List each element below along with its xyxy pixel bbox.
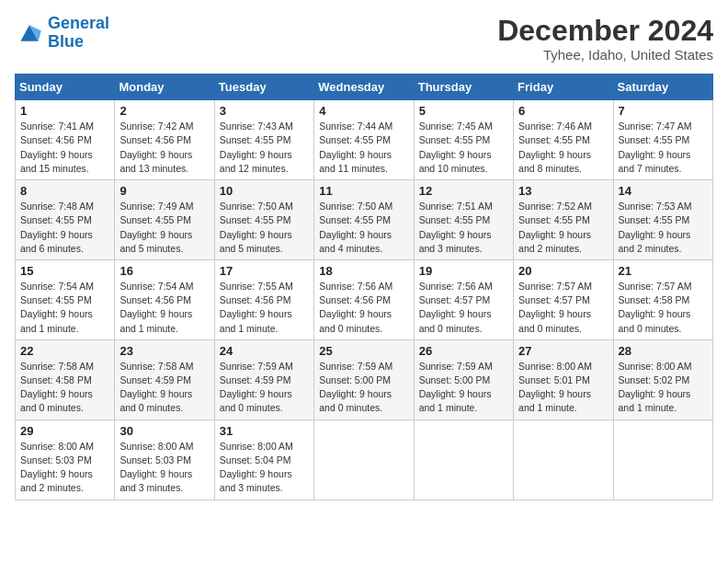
sunset-label: Sunset: 4:55 PM — [319, 134, 391, 145]
sunrise-label: Sunrise: 7:56 AM — [319, 281, 392, 292]
calendar-cell: 14 Sunrise: 7:53 AM Sunset: 4:55 PM Dayl… — [613, 180, 712, 260]
sunset-label: Sunset: 4:59 PM — [220, 374, 291, 385]
day-number: 15 — [20, 264, 109, 278]
day-info: Sunrise: 8:00 AM Sunset: 5:01 PM Dayligh… — [518, 360, 608, 416]
daylight-label: Daylight: 9 hours and 5 minutes. — [119, 229, 192, 254]
daylight-label: Daylight: 9 hours and 3 minutes. — [419, 229, 492, 254]
daylight-label: Daylight: 9 hours and 1 minute. — [119, 308, 192, 333]
sunset-label: Sunset: 5:03 PM — [119, 454, 191, 465]
day-number: 4 — [319, 104, 408, 118]
day-info: Sunrise: 7:44 AM Sunset: 4:55 PM Dayligh… — [319, 120, 408, 176]
day-info: Sunrise: 7:57 AM Sunset: 4:58 PM Dayligh… — [619, 280, 708, 336]
day-info: Sunrise: 7:58 AM Sunset: 4:59 PM Dayligh… — [119, 360, 209, 416]
day-number: 28 — [619, 344, 708, 358]
title-area: December 2024 Tyhee, Idaho, United State… — [497, 15, 713, 63]
calendar-cell: 9 Sunrise: 7:49 AM Sunset: 4:55 PM Dayli… — [115, 180, 214, 260]
calendar: SundayMondayTuesdayWednesdayThursdayFrid… — [15, 74, 713, 500]
day-info: Sunrise: 7:59 AM Sunset: 5:00 PM Dayligh… — [319, 360, 408, 416]
day-number: 16 — [119, 264, 209, 278]
day-info: Sunrise: 7:56 AM Sunset: 4:56 PM Dayligh… — [319, 280, 408, 336]
day-info: Sunrise: 8:00 AM Sunset: 5:03 PM Dayligh… — [20, 440, 109, 496]
day-number: 7 — [619, 104, 708, 118]
sunrise-label: Sunrise: 7:57 AM — [518, 281, 592, 292]
day-info: Sunrise: 7:49 AM Sunset: 4:55 PM Dayligh… — [119, 200, 209, 256]
day-number: 24 — [220, 344, 309, 358]
calendar-cell: 6 Sunrise: 7:46 AM Sunset: 4:55 PM Dayli… — [514, 100, 613, 180]
calendar-cell: 8 Sunrise: 7:48 AM Sunset: 4:55 PM Dayli… — [16, 180, 115, 260]
calendar-cell: 1 Sunrise: 7:41 AM Sunset: 4:56 PM Dayli… — [16, 100, 115, 180]
calendar-cell: 5 Sunrise: 7:45 AM Sunset: 4:55 PM Dayli… — [414, 100, 513, 180]
daylight-label: Daylight: 9 hours and 2 minutes. — [518, 229, 591, 254]
sunrise-label: Sunrise: 8:00 AM — [119, 441, 193, 452]
sunrise-label: Sunrise: 7:52 AM — [518, 201, 592, 212]
daylight-label: Daylight: 9 hours and 10 minutes. — [419, 149, 492, 174]
day-info: Sunrise: 7:50 AM Sunset: 4:55 PM Dayligh… — [220, 200, 309, 256]
weekday-header: Tuesday — [214, 75, 313, 100]
day-info: Sunrise: 7:57 AM Sunset: 4:57 PM Dayligh… — [518, 280, 608, 336]
weekday-header-row: SundayMondayTuesdayWednesdayThursdayFrid… — [16, 75, 713, 100]
calendar-cell — [613, 419, 712, 500]
calendar-cell: 28 Sunrise: 8:00 AM Sunset: 5:02 PM Dayl… — [613, 339, 712, 419]
day-number: 9 — [119, 184, 209, 198]
day-info: Sunrise: 7:42 AM Sunset: 4:56 PM Dayligh… — [119, 120, 209, 176]
calendar-cell: 22 Sunrise: 7:58 AM Sunset: 4:58 PM Dayl… — [16, 339, 115, 419]
day-number: 11 — [319, 184, 408, 198]
sunrise-label: Sunrise: 7:47 AM — [619, 121, 692, 132]
calendar-week-row: 29 Sunrise: 8:00 AM Sunset: 5:03 PM Dayl… — [16, 419, 713, 500]
daylight-label: Daylight: 9 hours and 0 minutes. — [419, 308, 492, 333]
day-info: Sunrise: 7:50 AM Sunset: 4:55 PM Dayligh… — [319, 200, 408, 256]
sunset-label: Sunset: 4:55 PM — [518, 214, 590, 225]
day-info: Sunrise: 7:52 AM Sunset: 4:55 PM Dayligh… — [518, 200, 608, 256]
calendar-cell: 24 Sunrise: 7:59 AM Sunset: 4:59 PM Dayl… — [214, 339, 313, 419]
sunrise-label: Sunrise: 7:56 AM — [419, 281, 493, 292]
sunset-label: Sunset: 4:55 PM — [119, 214, 191, 225]
day-number: 30 — [119, 424, 209, 438]
sunrise-label: Sunrise: 7:44 AM — [319, 121, 392, 132]
day-number: 10 — [220, 184, 309, 198]
daylight-label: Daylight: 9 hours and 0 minutes. — [220, 388, 292, 413]
day-info: Sunrise: 7:54 AM Sunset: 4:56 PM Dayligh… — [119, 280, 209, 336]
sunset-label: Sunset: 4:56 PM — [319, 294, 391, 305]
subtitle: Tyhee, Idaho, United States — [497, 47, 713, 63]
calendar-cell: 7 Sunrise: 7:47 AM Sunset: 4:55 PM Dayli… — [613, 100, 712, 180]
calendar-week-row: 15 Sunrise: 7:54 AM Sunset: 4:55 PM Dayl… — [16, 259, 713, 339]
calendar-cell: 19 Sunrise: 7:56 AM Sunset: 4:57 PM Dayl… — [414, 259, 513, 339]
weekday-header: Sunday — [16, 75, 115, 100]
sunrise-label: Sunrise: 7:58 AM — [20, 361, 94, 372]
calendar-cell: 10 Sunrise: 7:50 AM Sunset: 4:55 PM Dayl… — [214, 180, 313, 260]
day-number: 25 — [319, 344, 408, 358]
calendar-cell: 12 Sunrise: 7:51 AM Sunset: 4:55 PM Dayl… — [414, 180, 513, 260]
sunset-label: Sunset: 5:03 PM — [20, 454, 92, 465]
sunrise-label: Sunrise: 7:51 AM — [419, 201, 493, 212]
daylight-label: Daylight: 9 hours and 6 minutes. — [20, 229, 93, 254]
day-info: Sunrise: 7:45 AM Sunset: 4:55 PM Dayligh… — [419, 120, 508, 176]
sunrise-label: Sunrise: 8:00 AM — [518, 361, 592, 372]
logo-text: General Blue — [48, 15, 109, 52]
day-number: 21 — [619, 264, 708, 278]
daylight-label: Daylight: 9 hours and 5 minutes. — [220, 229, 292, 254]
sunrise-label: Sunrise: 7:58 AM — [119, 361, 193, 372]
day-number: 18 — [319, 264, 408, 278]
sunrise-label: Sunrise: 7:42 AM — [119, 121, 193, 132]
day-info: Sunrise: 7:56 AM Sunset: 4:57 PM Dayligh… — [419, 280, 508, 336]
daylight-label: Daylight: 9 hours and 0 minutes. — [20, 388, 93, 413]
calendar-cell — [514, 419, 613, 500]
sunrise-label: Sunrise: 7:48 AM — [20, 201, 94, 212]
sunrise-label: Sunrise: 7:55 AM — [220, 281, 293, 292]
sunset-label: Sunset: 4:56 PM — [220, 294, 291, 305]
day-number: 19 — [419, 264, 508, 278]
sunset-label: Sunset: 4:57 PM — [419, 294, 491, 305]
logo-icon — [15, 20, 44, 46]
sunset-label: Sunset: 4:55 PM — [220, 134, 291, 145]
weekday-header: Wednesday — [314, 75, 414, 100]
sunrise-label: Sunrise: 7:43 AM — [220, 121, 293, 132]
sunrise-label: Sunrise: 7:53 AM — [619, 201, 692, 212]
sunset-label: Sunset: 4:55 PM — [419, 214, 491, 225]
daylight-label: Daylight: 9 hours and 13 minutes. — [119, 149, 192, 174]
day-info: Sunrise: 7:47 AM Sunset: 4:55 PM Dayligh… — [619, 120, 708, 176]
sunrise-label: Sunrise: 8:00 AM — [20, 441, 94, 452]
day-number: 31 — [220, 424, 309, 438]
sunset-label: Sunset: 4:55 PM — [619, 134, 690, 145]
weekday-header: Saturday — [613, 75, 712, 100]
calendar-cell: 29 Sunrise: 8:00 AM Sunset: 5:03 PM Dayl… — [16, 419, 115, 500]
